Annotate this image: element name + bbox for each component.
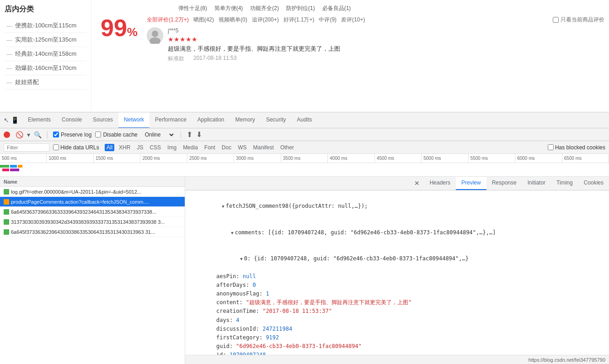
req-icon-1 [4, 189, 9, 195]
throttle-select[interactable]: Online Fast 3G Slow 3G Offline [141, 130, 175, 139]
req-name-4: 3137303030393930342d34393839393337313531… [11, 219, 181, 225]
review-item: j***5 ★★★★★ 超级满意，手感很好，要是手指、脚趾再注意下就更完美了，上… [147, 27, 604, 63]
sidebar-item-4[interactable]: 劲爆款-160cm至170cm [5, 61, 86, 75]
json-guid: guid: "6d962e46-cb33-4eb0-8373-1fac80944… [189, 342, 605, 351]
tab-neutral[interactable]: 中评(9) [319, 16, 337, 24]
resp-tab-initiator[interactable]: Initiator [522, 177, 551, 190]
tab-photos[interactable]: 晒图(42) [193, 16, 214, 24]
hide-data-urls-label[interactable]: Hide data URLs [53, 144, 99, 151]
request-item-3[interactable]: 6a645f3637396633633339643932346431353438… [0, 207, 185, 217]
preserve-log-text: Preserve log [61, 132, 91, 138]
tick-6500: 6500 ms [562, 154, 609, 163]
timeline-ticks: 500 ms 1000 ms 1500 ms 2000 ms 2500 ms 3… [0, 154, 609, 163]
sidebar-item-1[interactable]: 便携款-100cm至115cm [5, 19, 86, 33]
filter-media[interactable]: Media [181, 144, 200, 151]
tab-positive[interactable]: 好评(1.1万+) [283, 16, 315, 24]
tab-network[interactable]: Network [118, 112, 150, 128]
filter-css[interactable]: CSS [148, 144, 163, 151]
blocked-cookies-checkbox[interactable] [548, 144, 554, 150]
sidebar-item-2[interactable]: 实用款-125cm至135cm [5, 33, 86, 47]
json-toggle-item0[interactable] [240, 255, 244, 262]
tab-security[interactable]: Security [261, 112, 291, 128]
close-response-button[interactable]: ✕ [410, 177, 424, 190]
filter-all[interactable]: All [105, 144, 114, 151]
tab-followup[interactable]: 追评(200+) [252, 16, 279, 24]
tab-application[interactable]: Application [192, 112, 230, 128]
tab-performance[interactable]: Performance [150, 112, 192, 128]
filter-xhr[interactable]: XHR [117, 144, 132, 151]
resp-tab-timing[interactable]: Timing [551, 177, 578, 190]
tab-video[interactable]: 视频晒单(0) [219, 16, 247, 24]
request-list: Name log.gif?t=other.000000&m=UA-J2011-1… [0, 177, 185, 364]
devtools-cursor-icon[interactable]: ↖ [4, 116, 9, 124]
filter-js[interactable]: JS [135, 144, 145, 151]
json-viewer: fetchJSON_comment98({productAttr: null,…… [185, 190, 609, 355]
toolbar-separator-1 [47, 131, 48, 138]
req-name-1: log.gif?t=other.000000&m=UA-J2011-1&pin=… [11, 189, 181, 195]
request-item-4[interactable]: 3137303030393930342d34393839393337313531… [0, 217, 185, 227]
filter-font[interactable]: Font [203, 144, 217, 151]
only-current-label: 只看当前商品评价 [561, 16, 604, 24]
review-body: j***5 ★★★★★ 超级满意，手感很好，要是手指、脚趾再注意下就更完美了，上… [168, 27, 604, 63]
filter-input[interactable] [4, 143, 49, 152]
disable-cache-label[interactable]: Disable cache [95, 132, 137, 138]
score-tag-1[interactable]: 弹性十足(8) [178, 5, 207, 12]
resp-tab-response[interactable]: Response [486, 177, 522, 190]
disable-cache-text: Disable cache [103, 132, 137, 138]
tick-500: 500 ms [0, 154, 47, 163]
filter-icon[interactable]: ▾ [27, 131, 30, 138]
filter-manifest[interactable]: Manifest [251, 144, 276, 151]
score-tag-4[interactable]: 防护到位(1) [286, 5, 315, 12]
resp-tab-cookies[interactable]: Cookies [578, 177, 609, 190]
blocked-cookies-label[interactable]: Has blocked cookies [548, 144, 605, 151]
disable-cache-checkbox[interactable] [95, 132, 101, 137]
tab-all[interactable]: 全部评价(1.2万+) [147, 16, 189, 24]
json-days: days: 4 [189, 316, 605, 325]
tick-2500: 2500 ms [187, 154, 234, 163]
sidebar-item-5[interactable]: 娃娃搭配 [5, 75, 86, 90]
req-icon-3 [4, 209, 9, 215]
tab-memory[interactable]: Memory [230, 112, 261, 128]
json-content: content: "超级满意，手感很好，要是手指、脚趾再注意下就更完美了，上图" [189, 298, 605, 307]
filter-doc[interactable]: Doc [220, 144, 233, 151]
hide-data-urls-text: Hide data URLs [60, 144, 99, 151]
req-icon-4 [4, 219, 9, 225]
resp-tab-headers[interactable]: Headers [424, 177, 456, 190]
clear-icon[interactable]: 🚫 [16, 131, 23, 138]
download-icon[interactable]: ⬇ [196, 130, 202, 139]
tab-negative[interactable]: 差评(10+) [341, 16, 365, 24]
hide-data-urls-checkbox[interactable] [53, 144, 59, 150]
json-toggle-comments[interactable] [231, 229, 235, 236]
sidebar-item-3[interactable]: 经典款-140cm至158cm [5, 47, 86, 61]
score-tag-2[interactable]: 简单方便(4) [214, 5, 243, 12]
request-item-2[interactable]: productPageComments.action?callback=fetc… [0, 197, 185, 207]
only-current-checkbox[interactable] [553, 17, 559, 23]
filter-other[interactable]: Other [278, 144, 296, 151]
resp-tab-preview[interactable]: Preview [456, 177, 486, 190]
score-tag-5[interactable]: 必备良品(1) [322, 5, 351, 12]
json-toggle-root[interactable] [222, 203, 225, 209]
tab-elements[interactable]: Elements [22, 112, 56, 128]
tab-console[interactable]: Console [56, 112, 87, 128]
devtools-device-icon[interactable]: 📱 [11, 116, 19, 124]
score-tag-3[interactable]: 功能齐全(2) [250, 5, 279, 12]
filter-img[interactable]: Img [166, 144, 178, 151]
rating-score: 99 [101, 15, 127, 41]
record-button[interactable] [4, 132, 10, 138]
upload-icon[interactable]: ⬆ [187, 130, 192, 139]
tab-sources[interactable]: Sources [87, 112, 118, 128]
preserve-log-label[interactable]: Preserve log [53, 132, 91, 138]
search-icon[interactable]: 🔍 [34, 131, 42, 138]
sidebar-title: 店内分类 [5, 5, 86, 14]
filter-types: All XHR JS CSS Img Media Font Doc WS Man… [105, 144, 296, 151]
request-item-5[interactable]: 6a645f3733636239643030386335306431353134… [0, 227, 185, 237]
request-item-1[interactable]: log.gif?t=other.000000&m=UA-J2011-1&pin=… [0, 187, 185, 197]
tick-5000: 5000 ms [422, 154, 468, 163]
tab-audits[interactable]: Audits [291, 112, 317, 128]
preserve-log-checkbox[interactable] [53, 132, 59, 137]
response-tabs: ✕ Headers Preview Response Initiator Tim… [185, 177, 609, 190]
devtools-tab-bar: ↖ 📱 Elements Console Sources Network Per… [0, 112, 609, 128]
tick-1000: 1000 ms [47, 154, 93, 163]
req-icon-2 [4, 199, 9, 205]
filter-ws[interactable]: WS [236, 144, 248, 151]
